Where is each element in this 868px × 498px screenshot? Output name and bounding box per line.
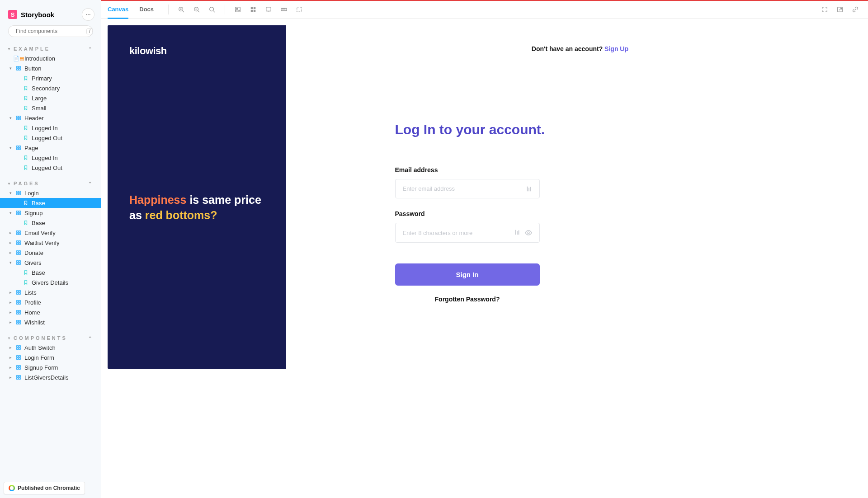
- tree-item-logged-in[interactable]: Logged In: [0, 123, 101, 133]
- svg-point-80: [210, 7, 214, 11]
- component-icon: [15, 300, 22, 305]
- tree-item-home[interactable]: ▸Home: [0, 307, 101, 317]
- svg-rect-67: [17, 368, 18, 369]
- email-label: Email address: [395, 166, 540, 174]
- tree-item-small[interactable]: Small: [0, 103, 101, 113]
- tree-item-page[interactable]: ▾Page: [0, 143, 101, 153]
- tree-item-label: Base: [32, 220, 45, 226]
- published-badge[interactable]: Published on Chromatic: [4, 482, 85, 494]
- sidebar-menu-button[interactable]: [82, 8, 94, 21]
- tree-item-givers-details[interactable]: Givers Details: [0, 277, 101, 287]
- tree-item-lists[interactable]: ▸Lists: [0, 287, 101, 297]
- tree-item-wishlist[interactable]: ▸Wishlist: [0, 317, 101, 327]
- section-header-components[interactable]: ▾COMPONENTS⌃: [0, 333, 101, 343]
- tree-item-button[interactable]: ▾Button: [0, 63, 101, 73]
- tree-item-label: Button: [24, 65, 42, 72]
- tree-item-base[interactable]: Base: [0, 198, 101, 208]
- tree-item-label: Givers: [24, 259, 42, 266]
- caret-icon: ▸: [8, 230, 13, 235]
- tree-item-base[interactable]: Base: [0, 218, 101, 228]
- tree-item-logged-in[interactable]: Logged In: [0, 153, 101, 163]
- story-icon: [23, 201, 29, 205]
- tree-item-listgiversdetails[interactable]: ▸ListGiversDetails: [0, 372, 101, 382]
- section-expand-icon[interactable]: ⌃: [88, 336, 94, 341]
- svg-rect-39: [17, 263, 18, 264]
- svg-rect-53: [17, 320, 18, 322]
- email-input[interactable]: [403, 185, 522, 192]
- password-field-wrap[interactable]: [395, 223, 540, 243]
- tab-canvas[interactable]: Canvas: [108, 0, 128, 19]
- svg-rect-84: [251, 7, 253, 9]
- document-icon: ▤: [15, 56, 22, 61]
- grid-button[interactable]: [247, 3, 259, 16]
- tree-item-donate[interactable]: ▸Donate: [0, 248, 101, 258]
- password-manager-icon-2[interactable]: [514, 229, 520, 236]
- outline-button[interactable]: [293, 3, 306, 16]
- svg-point-103: [528, 232, 529, 234]
- password-manager-icon[interactable]: [526, 186, 532, 192]
- preview-tabs: Canvas Docs: [108, 0, 154, 19]
- login-form: Log In to your account. Email address Pa…: [395, 122, 540, 303]
- svg-rect-100: [515, 230, 516, 235]
- fullscreen-button[interactable]: [818, 3, 831, 16]
- svg-line-78: [198, 10, 200, 12]
- password-input[interactable]: [403, 230, 510, 236]
- background-button[interactable]: [231, 3, 244, 16]
- section-header-example[interactable]: ▾EXAMPLE⌃: [0, 43, 101, 53]
- signup-link[interactable]: Sign Up: [604, 45, 628, 52]
- component-icon: [15, 310, 22, 315]
- svg-rect-5: [17, 66, 18, 68]
- tree-item-login-form[interactable]: ▸Login Form: [0, 352, 101, 362]
- open-new-tab-button[interactable]: [834, 3, 846, 16]
- tree-item-email-verify[interactable]: ▸Email Verify: [0, 228, 101, 238]
- forgot-password-link[interactable]: Forgotten Password?: [395, 296, 540, 303]
- search-input[interactable]: [16, 28, 84, 34]
- component-icon: [15, 250, 22, 255]
- show-password-icon[interactable]: [525, 229, 532, 236]
- tree-item-waitlist-verify[interactable]: ▸Waitlist Verify: [0, 238, 101, 248]
- tree-item-base[interactable]: Base: [0, 268, 101, 277]
- section-header-pages[interactable]: ▾PAGES⌃: [0, 178, 101, 188]
- storybook-logo[interactable]: S Storybook: [8, 10, 54, 19]
- tab-docs[interactable]: Docs: [139, 0, 154, 19]
- viewport-button[interactable]: [262, 3, 275, 16]
- svg-rect-36: [19, 253, 20, 254]
- svg-rect-24: [19, 213, 20, 215]
- caret-icon: ▾: [8, 146, 13, 150]
- tree-item-logged-out[interactable]: Logged Out: [0, 163, 101, 173]
- email-field-wrap[interactable]: [395, 179, 540, 198]
- tree-item-givers[interactable]: ▾Givers: [0, 258, 101, 268]
- tree-item-header[interactable]: ▾Header: [0, 113, 101, 123]
- tree-item-secondary[interactable]: Secondary: [0, 83, 101, 93]
- copy-link-button[interactable]: [849, 3, 862, 16]
- tree-item-introduction[interactable]: ▤Introduction: [0, 53, 101, 63]
- zoom-out-button[interactable]: [190, 3, 203, 16]
- caret-icon: ▸: [8, 355, 13, 360]
- section-expand-icon[interactable]: ⌃: [88, 181, 94, 186]
- tree-item-auth-switch[interactable]: ▸Auth Switch: [0, 343, 101, 352]
- tree-item-label: Donate: [24, 249, 43, 256]
- search-input-wrap[interactable]: /: [8, 25, 93, 37]
- svg-rect-95: [297, 7, 302, 12]
- caret-icon: ▸: [8, 310, 13, 315]
- tree-item-label: Secondary: [32, 85, 60, 92]
- section-expand-icon[interactable]: ⌃: [88, 47, 94, 52]
- tree-item-profile[interactable]: ▸Profile: [0, 297, 101, 307]
- signin-button[interactable]: Sign In: [395, 263, 540, 286]
- svg-rect-35: [17, 253, 18, 254]
- tree-item-large[interactable]: Large: [0, 93, 101, 103]
- svg-rect-58: [19, 346, 20, 347]
- zoom-in-button[interactable]: [175, 3, 188, 16]
- zoom-reset-button[interactable]: [206, 3, 218, 16]
- component-icon: [15, 320, 22, 324]
- tree-item-signup-form[interactable]: ▸Signup Form: [0, 362, 101, 372]
- svg-rect-14: [19, 146, 20, 147]
- measure-button[interactable]: [278, 3, 290, 16]
- tree-item-logged-out[interactable]: Logged Out: [0, 133, 101, 143]
- tree-item-login[interactable]: ▾Login: [0, 188, 101, 198]
- svg-rect-51: [17, 313, 18, 314]
- svg-rect-48: [19, 303, 20, 304]
- tree-item-label: Small: [32, 105, 47, 112]
- tree-item-primary[interactable]: Primary: [0, 73, 101, 83]
- tree-item-signup[interactable]: ▾Signup: [0, 208, 101, 218]
